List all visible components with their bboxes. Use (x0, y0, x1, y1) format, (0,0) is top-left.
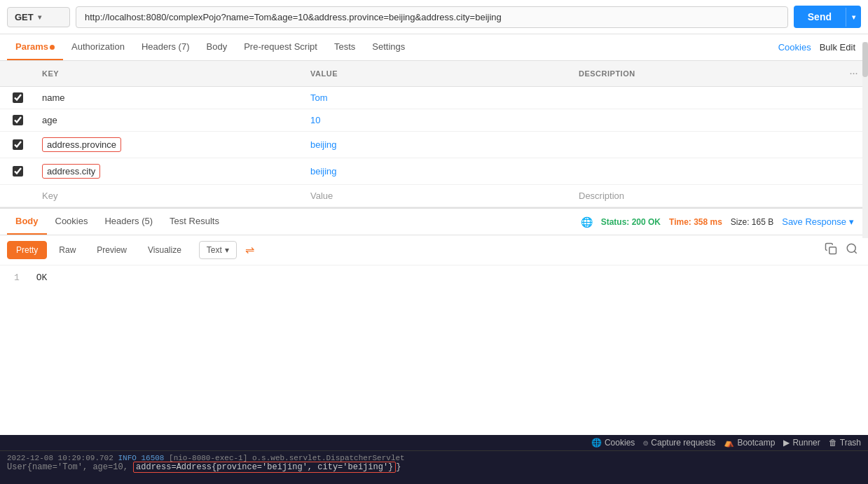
status-info: 🌐 Status: 200 OK Time: 358 ms Size: 165 … (574, 216, 861, 228)
row3-checkbox[interactable] (13, 139, 23, 150)
row2-desc[interactable] (572, 115, 840, 126)
table-row: address.city beijing (0, 158, 868, 185)
value-col-header: VALUE (303, 65, 572, 82)
row4-checkbox[interactable] (13, 166, 23, 177)
scrollbar[interactable] (862, 42, 868, 238)
row4-key[interactable]: address.city (35, 158, 303, 184)
row3-value[interactable]: beijing (303, 134, 572, 155)
bottom-tab-cookies[interactable]: Cookies (47, 209, 97, 235)
empty-key-cell[interactable]: Key (35, 185, 303, 207)
cookies-link[interactable]: Cookies (776, 35, 814, 60)
row2-checkbox-cell (0, 109, 35, 131)
copy-icon[interactable] (822, 240, 840, 261)
bottom-tab-headers[interactable]: Headers (5) (96, 209, 161, 235)
footer-trash[interactable]: 🗑 Trash (829, 438, 861, 448)
more-options-icon[interactable]: ··· (847, 67, 861, 81)
format-visualize-btn[interactable]: Visualize (139, 241, 191, 259)
log-address-highlight: address=Address{province='beijing', city… (133, 462, 396, 473)
desc-col-header: DESCRIPTION (572, 65, 840, 82)
save-response-arrow: ▾ (849, 216, 854, 227)
row3-checkbox-cell (0, 134, 35, 155)
log-line-2: User{name='Tom', age=10, address=Address… (7, 462, 861, 472)
row4-key-highlighted: address.city (42, 164, 100, 179)
row4-checkbox-cell (0, 160, 35, 182)
footer-cookies-label: Cookies (605, 438, 635, 448)
tab-tests[interactable]: Tests (326, 34, 364, 60)
app-container: GET ▾ Send ▾ Params Authorization Header… (0, 0, 868, 484)
row1-checkbox-cell (0, 87, 35, 109)
trash-icon: 🗑 (829, 438, 837, 448)
url-input[interactable] (76, 6, 788, 28)
tab-prerequest[interactable]: Pre-request Script (235, 34, 326, 60)
footer-bootcamp-label: Bootcamp (737, 438, 775, 448)
params-dot (50, 45, 55, 50)
params-table-header: KEY VALUE DESCRIPTION ··· (0, 61, 868, 87)
row1-desc[interactable] (572, 92, 840, 104)
format-type-select[interactable]: Text ▾ (199, 241, 237, 259)
table-row: age 10 (0, 109, 868, 132)
svg-line-2 (854, 251, 856, 253)
send-btn-main[interactable]: Send (794, 6, 846, 28)
scrollbar-thumb (862, 42, 868, 77)
globe-icon: 🌐 (581, 216, 593, 228)
row1-value[interactable]: Tom (303, 87, 572, 109)
svg-point-1 (847, 244, 855, 252)
table-row: name Tom (0, 87, 868, 109)
time-label: Time: 358 ms (669, 217, 722, 227)
format-preview-btn[interactable]: Preview (88, 241, 136, 259)
empty-checkbox-cell (0, 191, 35, 202)
bottom-tab-testresults[interactable]: Test Results (161, 209, 228, 235)
url-bar: GET ▾ Send ▾ (0, 0, 868, 34)
footer-console: 🌐 Cookies ⌾ Capture requests ⛺ Bootcamp … (0, 435, 868, 484)
row3-key[interactable]: address.province (35, 132, 303, 158)
row3-key-highlighted: address.province (42, 137, 121, 152)
row2-key[interactable]: age (35, 109, 303, 131)
footer-runner-label: Runner (792, 438, 820, 448)
wrap-icon[interactable]: ⇌ (245, 243, 259, 257)
table-row-empty: Key Value Description (0, 185, 868, 207)
footer-bootcamp[interactable]: ⛺ Bootcamp (724, 438, 775, 448)
footer-runner[interactable]: ▶ Runner (783, 438, 820, 448)
send-button[interactable]: Send ▾ (794, 6, 861, 28)
row4-value[interactable]: beijing (303, 160, 572, 182)
tab-params[interactable]: Params (7, 34, 63, 60)
row1-key[interactable]: name (35, 87, 303, 109)
empty-value-cell[interactable]: Value (303, 185, 572, 207)
log-prefix: User{name='Tom', age=10, (7, 462, 133, 472)
checkbox-col-header (0, 65, 35, 82)
bottom-section: Body Cookies Headers (5) Test Results 🌐 … (0, 207, 868, 290)
footer-capture[interactable]: ⌾ Capture requests (643, 438, 715, 448)
line-number: 1 (14, 272, 20, 283)
cookies-footer-icon: 🌐 (591, 438, 602, 448)
tab-body[interactable]: Body (198, 34, 236, 60)
bootcamp-icon: ⛺ (724, 438, 734, 448)
chevron-down-icon: ▾ (38, 13, 41, 21)
response-body: 1 OK (0, 265, 868, 290)
row4-desc[interactable] (572, 166, 840, 177)
footer-log: 2022-12-08 10:29:09.702 INFO 16508 [nio-… (0, 451, 868, 475)
row2-value[interactable]: 10 (303, 109, 572, 131)
bottom-tabs-row: Body Cookies Headers (5) Test Results 🌐 … (0, 209, 868, 235)
tab-headers[interactable]: Headers (7) (133, 34, 198, 60)
bulk-edit-button[interactable]: Bulk Edit (814, 35, 861, 60)
send-dropdown-arrow[interactable]: ▾ (846, 8, 861, 27)
footer-cookies[interactable]: 🌐 Cookies (591, 438, 635, 448)
row1-checkbox[interactable] (13, 92, 23, 103)
save-response-button[interactable]: Save Response ▾ (782, 216, 854, 227)
table-row: address.province beijing (0, 132, 868, 158)
bottom-tab-body[interactable]: Body (7, 209, 47, 235)
row3-desc[interactable] (572, 139, 840, 151)
method-select[interactable]: GET ▾ (7, 7, 70, 27)
empty-desc-cell[interactable]: Description (572, 185, 840, 207)
footer-toolbar: 🌐 Cookies ⌾ Capture requests ⛺ Bootcamp … (0, 435, 868, 451)
svg-rect-0 (829, 247, 836, 254)
log-suffix: } (396, 462, 401, 472)
format-raw-btn[interactable]: Raw (50, 241, 85, 259)
tab-settings[interactable]: Settings (364, 34, 413, 60)
row2-checkbox[interactable] (13, 115, 23, 125)
capture-icon: ⌾ (643, 438, 648, 448)
format-pretty-btn[interactable]: Pretty (7, 241, 47, 259)
tab-authorization[interactable]: Authorization (63, 34, 133, 60)
search-icon[interactable] (843, 240, 861, 261)
footer-trash-label: Trash (840, 438, 861, 448)
